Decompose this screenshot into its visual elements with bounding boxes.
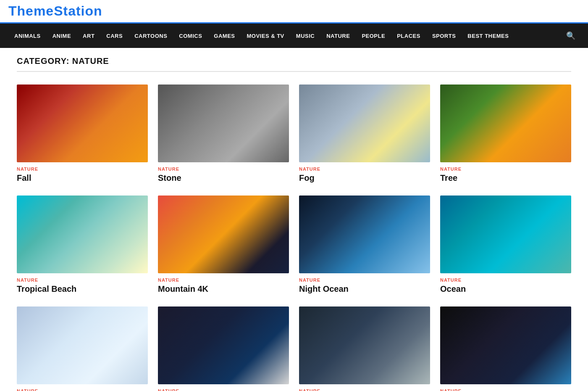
search-icon[interactable]: 🔍 [562,24,580,48]
card-title-fog: Fog [299,173,430,183]
card-thumbnail-water-drops [299,306,430,384]
card-stone[interactable]: NATURE Stone [158,85,289,183]
card-category-label-fog: NATURE [299,166,430,172]
card-tree[interactable]: NATURE Tree [440,85,571,183]
card-category-label-stone: NATURE [158,166,289,172]
nav-music[interactable]: MUSIC [290,25,320,47]
card-title-night-ocean: Night Ocean [299,284,430,294]
card-image-tree [440,85,571,162]
card-earth-space[interactable]: NATURE [440,306,571,391]
card-category-label-earth-space: NATURE [440,388,571,391]
card-category-label-snow-trees: NATURE [17,388,148,391]
category-heading: CATEGORY: NATURE [17,56,571,72]
card-image-moon-scene [158,306,289,384]
card-title-tree: Tree [440,173,571,183]
card-thumbnail-fall [17,85,148,162]
card-thumbnail-night-ocean [299,196,430,273]
nav-places[interactable]: PLACES [391,25,426,47]
card-thumbnail-moon-scene [158,306,289,384]
nav-comics[interactable]: COMICS [173,25,208,47]
card-image-fall [17,85,148,162]
card-thumbnail-stone [158,85,289,162]
card-category-label-night-ocean: NATURE [299,277,430,283]
card-image-snow-trees [17,306,148,384]
card-thumbnail-tree [440,85,571,162]
card-title-mountain-4k: Mountain 4K [158,284,289,294]
nav-art[interactable]: ART [77,25,100,47]
card-category-label-tropical-beach: NATURE [17,277,148,283]
card-image-ocean [440,196,571,273]
card-water-drops[interactable]: NATURE [299,306,430,391]
card-title-tropical-beach: Tropical Beach [17,284,148,294]
card-title-ocean: Ocean [440,284,571,294]
card-image-fog [299,85,430,162]
nav-cars[interactable]: CARS [100,25,129,47]
card-category-label-tree: NATURE [440,166,571,172]
card-category-label-fall: NATURE [17,166,148,172]
nav-nature[interactable]: NATURE [320,25,356,47]
card-thumbnail-snow-trees [17,306,148,384]
card-image-stone [158,85,289,162]
card-thumbnail-earth-space [440,306,571,384]
card-moon-scene[interactable]: NATURE [158,306,289,391]
card-snow-trees[interactable]: NATURE [17,306,148,391]
card-image-water-drops [299,306,430,384]
nav-people[interactable]: PEOPLE [356,25,391,47]
card-tropical-beach[interactable]: NATURE Tropical Beach [17,196,148,294]
card-thumbnail-mountain-4k [158,196,289,273]
card-category-label-moon-scene: NATURE [158,388,289,391]
site-logo[interactable]: ThemeStation [8,3,102,18]
card-thumbnail-tropical-beach [17,196,148,273]
card-image-tropical-beach [17,196,148,273]
logo-bar: ThemeStation [0,0,588,24]
card-thumbnail-fog [299,85,430,162]
card-mountain-4k[interactable]: NATURE Mountain 4K [158,196,289,294]
main-nav: ANIMALS ANIME ART CARS CARTOONS COMICS G… [0,24,588,48]
card-ocean[interactable]: NATURE Ocean [440,196,571,294]
card-title-fall: Fall [17,173,148,183]
nav-sports[interactable]: SPORTS [426,25,462,47]
page-content: CATEGORY: NATURE NATURE Fall NATURE Ston… [8,48,580,391]
nav-movies-tv[interactable]: MOVIES & TV [241,25,290,47]
card-category-label-mountain-4k: NATURE [158,277,289,283]
cards-grid: NATURE Fall NATURE Stone NATURE Fog NATU… [17,85,571,391]
card-image-mountain-4k [158,196,289,273]
card-image-night-ocean [299,196,430,273]
card-category-label-ocean: NATURE [440,277,571,283]
card-category-label-water-drops: NATURE [299,388,430,391]
card-night-ocean[interactable]: NATURE Night Ocean [299,196,430,294]
card-title-stone: Stone [158,173,289,183]
nav-cartoons[interactable]: CARTOONS [129,25,173,47]
card-thumbnail-ocean [440,196,571,273]
nav-best-themes[interactable]: BEST THEMES [462,25,514,47]
nav-animals[interactable]: ANIMALS [8,25,47,47]
card-image-earth-space [440,306,571,384]
nav-anime[interactable]: ANIME [47,25,77,47]
nav-games[interactable]: GAMES [208,25,241,47]
card-fall[interactable]: NATURE Fall [17,85,148,183]
card-fog[interactable]: NATURE Fog [299,85,430,183]
